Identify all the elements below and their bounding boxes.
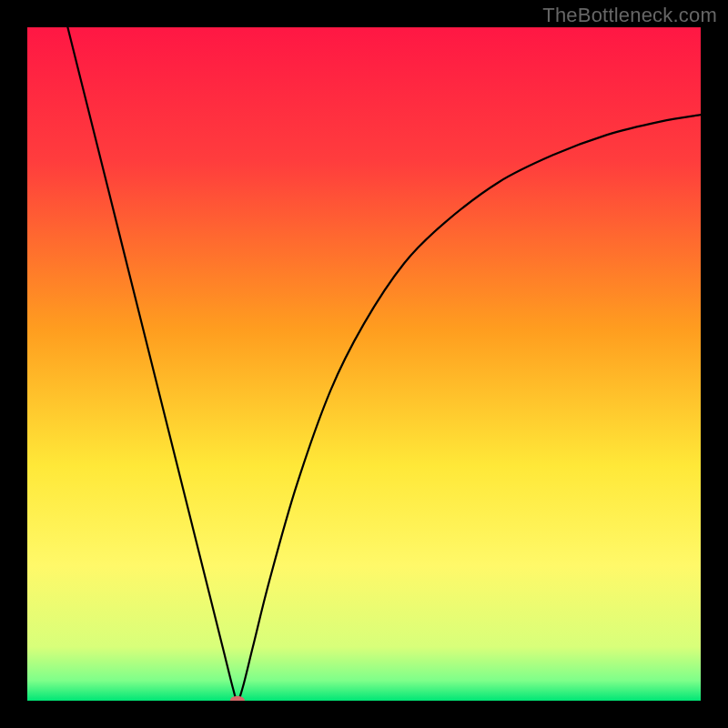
chart-container: TheBottleneck.com — [0, 0, 728, 728]
chart-svg — [27, 27, 701, 701]
watermark-text: TheBottleneck.com — [542, 4, 717, 27]
plot-area — [27, 27, 701, 701]
gradient-background — [27, 27, 701, 701]
